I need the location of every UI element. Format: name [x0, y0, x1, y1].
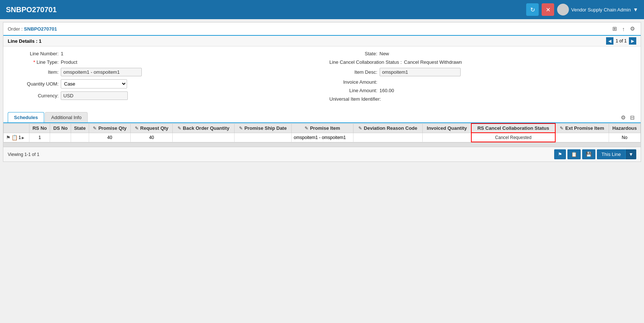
promise-qty-cell: 40 — [89, 133, 131, 142]
line-number-value: 1 — [61, 51, 63, 56]
edit-request-qty-icon: ✎ — [135, 126, 138, 131]
edit-promise-qty-icon: ✎ — [93, 126, 96, 131]
bottom-flag-button[interactable]: ⚑ — [554, 149, 566, 159]
pagination: ◀ 1 of 1 ▶ — [606, 37, 636, 45]
row-actions: ⚑ 📋 1 ▸ — [6, 135, 27, 140]
schedules-table: RS No DS No State ✎Promise Qty ✎Request … — [3, 123, 641, 142]
edit-back-order-icon: ✎ — [177, 126, 181, 131]
form-right-col: State: New Line Cancel Collaboration Sta… — [330, 51, 634, 105]
line-cancel-row: Line Cancel Collaboration Status : Cance… — [330, 59, 634, 65]
edit-ext-promise-icon: ✎ — [560, 126, 563, 131]
order-breadcrumb: Order : SNBPO270701 — [8, 26, 57, 32]
viewing-text: Viewing 1-1 of 1 — [8, 152, 39, 157]
this-line-main-button[interactable]: This Line — [597, 149, 625, 159]
app-title: SNBPO270701 — [6, 6, 57, 14]
line-type-row: * Line Type: Product — [11, 59, 315, 65]
universal-item-row: Universal Item Identifier: — [330, 96, 634, 102]
col-request-qty: ✎Request Qty — [131, 124, 173, 133]
col-back-order-qty: ✎Back Order Quantity — [172, 124, 234, 133]
form-section: Line Number: 1 * Line Type: Product Item… — [3, 46, 641, 108]
quantity-uom-select[interactable]: Case — [61, 79, 127, 88]
bottom-bar: Viewing 1-1 of 1 ⚑ 📋 💾 This Line ▼ — [3, 147, 641, 162]
line-number-label: Line Number: — [11, 51, 59, 56]
line-number-row: Line Number: 1 — [11, 51, 315, 56]
tab-additional-info[interactable]: Additional Info — [45, 112, 88, 122]
promise-item-cell: omspoitem1 - omspoitem1 — [291, 133, 353, 142]
line-type-label: * Line Type: — [11, 59, 59, 65]
settings-icon[interactable]: ⚙ — [629, 25, 636, 33]
user-menu[interactable]: Vendor Supply Chain Admin ▼ — [557, 4, 638, 15]
next-page-button[interactable]: ▶ — [629, 37, 636, 45]
avatar — [557, 4, 569, 15]
tab-settings-icon[interactable]: ⚙ — [619, 114, 627, 122]
table-row: ⚑ 📋 1 ▸ 1 40 40 omspoitem1 - omspoitem1 — [4, 133, 641, 142]
page-indicator: 1 of 1 — [614, 38, 628, 44]
tab-schedules[interactable]: Schedules — [8, 112, 44, 122]
bottom-right-actions: ⚑ 📋 💾 This Line ▼ — [554, 149, 636, 159]
this-line-arrow-button[interactable]: ▼ — [625, 149, 636, 159]
bottom-save-button[interactable]: 💾 — [582, 149, 595, 159]
currency-input[interactable] — [61, 91, 128, 100]
state-value: New — [380, 51, 389, 56]
invoice-amount-label: Invoice Amount: — [330, 79, 377, 85]
bottom-copy-button[interactable]: 📋 — [567, 149, 581, 159]
ext-promise-item-cell — [555, 133, 609, 142]
col-state: State — [71, 124, 89, 133]
tabs-list: Schedules Additional Info — [8, 112, 88, 122]
col-promise-qty: ✎Promise Qty — [89, 124, 131, 133]
line-details-title: Line Details : 1 — [8, 38, 42, 44]
order-id-link[interactable]: SNBPO270701 — [24, 26, 57, 32]
col-invoiced-qty: Invoiced Quantity — [422, 124, 471, 133]
deviation-reason-cell — [353, 133, 422, 142]
line-details-bar: Line Details : 1 ◀ 1 of 1 ▶ — [3, 36, 641, 46]
edit-deviation-icon: ✎ — [358, 126, 362, 131]
upload-icon[interactable]: ↑ — [621, 25, 627, 33]
tabs-bar: Schedules Additional Info ⚙ ⊟ — [3, 112, 641, 123]
line-amount-row: Line Amount: 160.00 — [330, 88, 634, 93]
row-actions-cell: ⚑ 📋 1 ▸ — [4, 133, 29, 142]
line-amount-value: 160.00 — [380, 88, 394, 93]
quantity-uom-row: Quantity UOM: Case — [11, 79, 315, 88]
item-desc-label: Item Desc: — [330, 69, 377, 75]
currency-label: Currency: — [11, 93, 59, 98]
item-desc-row: Item Desc: — [330, 68, 634, 76]
invoiced-qty-cell — [422, 133, 471, 142]
header-actions: ↻ ✕ Vendor Supply Chain Admin ▼ — [526, 3, 638, 16]
schedules-table-wrapper: RS No DS No State ✎Promise Qty ✎Request … — [3, 123, 641, 142]
item-label: Item: — [11, 69, 59, 75]
item-input[interactable] — [61, 68, 142, 76]
col-ext-promise-item: ✎Ext Promise Item — [555, 124, 609, 133]
item-desc-input[interactable] — [380, 68, 461, 76]
row-edit-button[interactable]: 📋 — [11, 135, 18, 140]
line-cancel-label: Line Cancel Collaboration Status : — [330, 59, 402, 65]
main-content: Order : SNBPO270701 ⊞ ↑ ⚙ Line Details :… — [3, 22, 641, 162]
tab-collapse-icon[interactable]: ⊟ — [629, 114, 636, 122]
export-icon[interactable]: ⊞ — [611, 25, 619, 33]
close-button[interactable]: ✕ — [542, 3, 554, 16]
prev-page-button[interactable]: ◀ — [606, 37, 613, 45]
item-row: Item: — [11, 68, 315, 76]
order-header-actions: ⊞ ↑ ⚙ — [611, 25, 637, 33]
currency-row: Currency: — [11, 91, 315, 100]
hazardous-cell: No — [609, 133, 640, 142]
universal-item-label: Universal Item Identifier: — [330, 96, 381, 102]
col-deviation-reason: ✎Deviation Reason Code — [353, 124, 422, 133]
col-rs-no: RS No — [29, 124, 50, 133]
app-header: SNBPO270701 ↻ ✕ Vendor Supply Chain Admi… — [0, 0, 644, 19]
refresh-button[interactable]: ↻ — [526, 3, 539, 16]
request-qty-cell: 40 — [131, 133, 173, 142]
promise-ship-date-cell — [234, 133, 291, 142]
row-expand-button[interactable]: ▸ — [22, 135, 24, 140]
horizontal-scrollbar[interactable] — [3, 142, 641, 147]
order-label: Order : — [8, 26, 22, 32]
row-number: 1 — [18, 135, 21, 140]
col-actions — [4, 124, 29, 133]
line-cancel-value: Cancel Request Withdrawn — [404, 59, 462, 65]
invoice-amount-row: Invoice Amount: — [330, 79, 634, 85]
line-type-value: Product — [61, 59, 77, 65]
state-row: State: New — [330, 51, 634, 56]
edit-promise-ship-icon: ✎ — [239, 126, 243, 131]
row-flag-button[interactable]: ⚑ — [6, 135, 11, 140]
form-left-col: Line Number: 1 * Line Type: Product Item… — [11, 51, 315, 105]
state-cell — [71, 133, 89, 142]
